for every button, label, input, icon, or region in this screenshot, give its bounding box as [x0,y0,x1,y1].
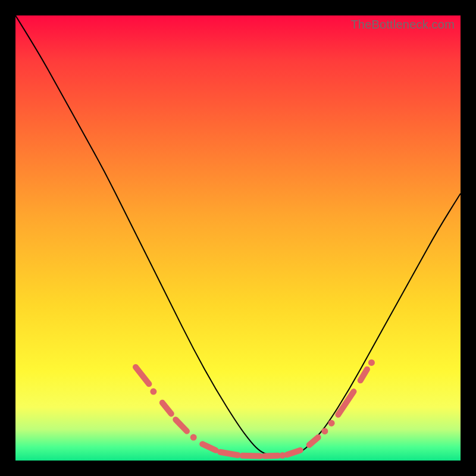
marker-dot [190,434,197,441]
marker-dash [220,452,238,455]
marker-dash [136,367,149,384]
marker-dot [321,428,328,434]
marker-dash [265,456,278,456]
marker-dot [328,420,335,427]
bottleneck-chart [15,15,461,461]
marker-dash [309,437,318,445]
marker-dot [150,389,156,395]
curve-markers [136,359,375,459]
bottleneck-curve-path [15,15,461,456]
marker-dot [368,359,375,366]
marker-dash [162,403,171,414]
marker-dash [202,444,215,450]
marker-dash [287,450,300,455]
marker-dash [361,369,367,381]
marker-dash [242,456,260,456]
chart-frame: TheBottleneck.com [15,15,461,461]
marker-dash [176,419,187,431]
